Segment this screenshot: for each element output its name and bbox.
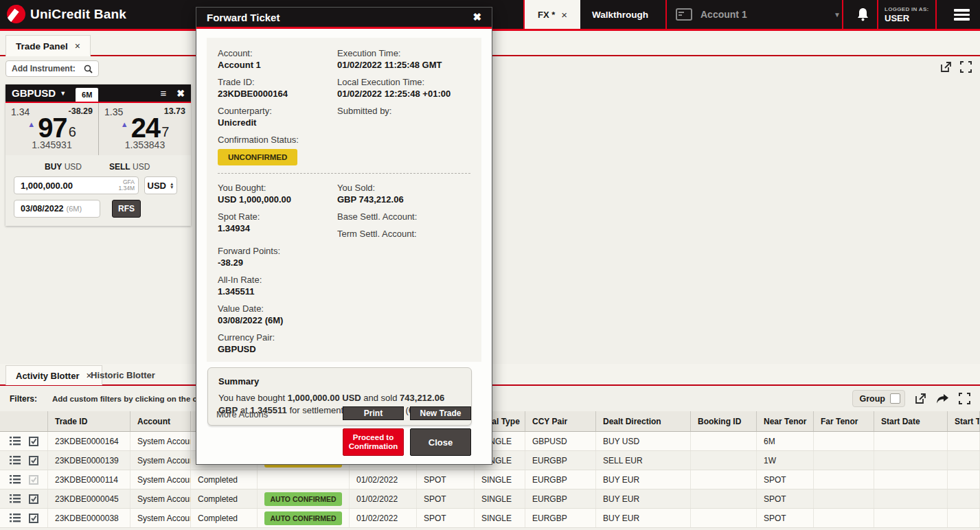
- cell-dealt-direction: BUY EUR: [596, 489, 691, 508]
- group-label: Group: [860, 394, 886, 404]
- fullscreen-icon[interactable]: [960, 61, 972, 73]
- ticket-details-panel: Account:Account 1 Execution Time:01/02/2…: [207, 38, 481, 362]
- currency-select[interactable]: USD ▲▼: [144, 176, 177, 194]
- cell-start-time: [948, 432, 980, 450]
- cell-far-tenor: [814, 451, 874, 470]
- cell-confirmation: AUTO CONFIRMED: [258, 489, 350, 508]
- ask-price-tile[interactable]: 1.3513.73 ▲ 24 7 1.353843: [98, 103, 191, 155]
- field-label: Spot Rate:: [218, 211, 332, 222]
- notifications-button[interactable]: [850, 0, 876, 29]
- cell-trade-id: 23KDBE0000038: [48, 509, 130, 527]
- cell-near-tenor: SPOT: [757, 489, 814, 508]
- account-card-icon: [676, 8, 692, 21]
- column-header[interactable]: Near Tenor: [757, 411, 814, 431]
- column-header[interactable]: [0, 411, 48, 431]
- cell-account: System Account: [130, 489, 191, 508]
- modal-close-icon[interactable]: ✖: [472, 11, 481, 23]
- column-header[interactable]: Start T: [948, 411, 980, 431]
- column-header[interactable]: Account: [130, 411, 191, 431]
- close-button[interactable]: Close: [410, 428, 471, 456]
- value-date-tenor: (6M): [67, 205, 82, 213]
- bell-icon: [856, 8, 869, 21]
- popout-icon[interactable]: [940, 61, 952, 73]
- column-header[interactable]: Trade ID: [48, 411, 130, 431]
- tab-trade-panel[interactable]: Trade Panel ×: [5, 35, 91, 56]
- cell-deal-type: SINGLE: [475, 509, 525, 527]
- details-list-icon[interactable]: [10, 437, 21, 446]
- confirm-check-icon[interactable]: [29, 437, 38, 446]
- confirm-check-icon[interactable]: [29, 475, 38, 485]
- tab-fx[interactable]: FX * ×: [525, 0, 580, 29]
- bid-price-tile[interactable]: 1.34-38.29 ▲ 97 6 1.345931: [5, 103, 98, 155]
- tab-trade-panel-close-icon[interactable]: ×: [75, 41, 80, 51]
- cell-deal-type: SINGLE: [475, 470, 525, 489]
- symbol-label[interactable]: GBPUSD: [12, 87, 56, 99]
- column-header[interactable]: Booking ID: [691, 411, 757, 431]
- rfs-button[interactable]: RFS: [112, 200, 141, 218]
- hamburger-menu-icon[interactable]: [954, 9, 970, 23]
- tab-historic-blotter[interactable]: Historic Blotter: [81, 365, 165, 385]
- details-list-icon[interactable]: [10, 456, 21, 465]
- new-trade-button[interactable]: New Trade: [410, 406, 471, 420]
- field-label: Trade ID:: [218, 77, 332, 88]
- cell-dealt-direction: BUY USD: [596, 432, 691, 450]
- cell-dealt-direction: BUY EUR: [596, 509, 691, 527]
- spinner-icon: ▲▼: [170, 182, 174, 189]
- group-toggle[interactable]: Group: [852, 390, 906, 407]
- tab-fx-label: FX *: [538, 10, 555, 20]
- divider: [218, 173, 470, 174]
- cell-trade-id: 23KDBE0000139: [48, 451, 130, 470]
- cell-dealt-direction: SELL EUR: [596, 451, 691, 470]
- chevron-down-icon[interactable]: ▼: [60, 90, 66, 97]
- column-header[interactable]: Far Tenor: [814, 411, 874, 431]
- details-list-icon[interactable]: [10, 514, 21, 522]
- more-actions-link[interactable]: More Actions: [216, 409, 268, 419]
- details-list-icon[interactable]: [10, 494, 21, 503]
- field-label: Currency Pair:: [218, 332, 332, 343]
- proceed-to-confirmation-button[interactable]: Proceed to Confirmation: [343, 428, 404, 456]
- widget-menu-icon[interactable]: ≡: [161, 87, 168, 99]
- add-instrument-input[interactable]: Add Instrument:: [5, 60, 99, 77]
- cell-near-tenor: 1W: [757, 451, 814, 470]
- price-widget-header: GBPUSD ▼ 6M ≡ ✖: [5, 84, 191, 103]
- confirm-check-icon[interactable]: [29, 456, 38, 465]
- field-value: 1.345511: [218, 286, 332, 297]
- unicredit-logo-icon: [7, 5, 25, 23]
- confirm-check-icon[interactable]: [29, 514, 38, 523]
- confirm-check-icon[interactable]: [29, 494, 38, 504]
- sell-label: SELL: [109, 162, 130, 172]
- table-row[interactable]: 23KDBE0000038 System Account Completed A…: [0, 509, 980, 528]
- confirmation-status-label: Confirmation Status:: [218, 135, 465, 146]
- cell-confirmation: AUTO CONFIRMED: [258, 509, 350, 527]
- account-selector[interactable]: Account 1 ▼: [676, 0, 841, 29]
- details-list-icon[interactable]: [10, 475, 21, 484]
- value-date-input[interactable]: 03/08/2022 (6M): [14, 200, 100, 218]
- column-header[interactable]: Dealt Direction: [596, 411, 691, 431]
- table-row[interactable]: 23KDBE0000045 System Account Completed A…: [0, 489, 980, 509]
- confirmation-badge: AUTO CONFIRMED: [264, 511, 342, 525]
- add-instrument-placeholder: Add Instrument:: [12, 64, 80, 73]
- column-header[interactable]: CCY Pair: [525, 411, 596, 431]
- amount-input[interactable]: 1,000,000.00 GFA1.34M: [14, 176, 139, 194]
- popout-icon[interactable]: [915, 393, 926, 404]
- order-form: BUY USD SELL USD 1,000,000.00 GFA1.34M U…: [5, 155, 191, 226]
- column-header[interactable]: Start Date: [874, 411, 948, 431]
- tenor-tab[interactable]: 6M: [76, 88, 98, 102]
- price-widget-gbpusd: GBPUSD ▼ 6M ≡ ✖ 1.34-38.29 ▲ 97 6 1.3459…: [5, 84, 191, 226]
- group-checkbox[interactable]: [890, 393, 900, 404]
- fullscreen-icon[interactable]: [959, 393, 970, 404]
- field-label: Submitted by:: [337, 106, 465, 117]
- widget-close-icon[interactable]: ✖: [176, 88, 185, 99]
- bid-big-figure: 1.34: [11, 106, 30, 117]
- print-button[interactable]: Print: [343, 406, 404, 420]
- bid-forward-points: -38.29: [69, 106, 93, 117]
- row-actions-cell: [0, 489, 48, 508]
- tab-walkthrough[interactable]: Walkthrough: [592, 0, 648, 29]
- share-icon[interactable]: [936, 393, 949, 404]
- summary-title: Summary: [218, 376, 461, 387]
- modal-footer: More Actions Print New Trade Proceed to …: [196, 401, 492, 464]
- field-value: Account 1: [218, 59, 332, 71]
- tab-fx-close-icon[interactable]: ×: [561, 9, 567, 21]
- ask-forward-points: 13.73: [164, 106, 185, 117]
- table-row[interactable]: 23KDBE0000114 System Account Completed 0…: [0, 470, 980, 489]
